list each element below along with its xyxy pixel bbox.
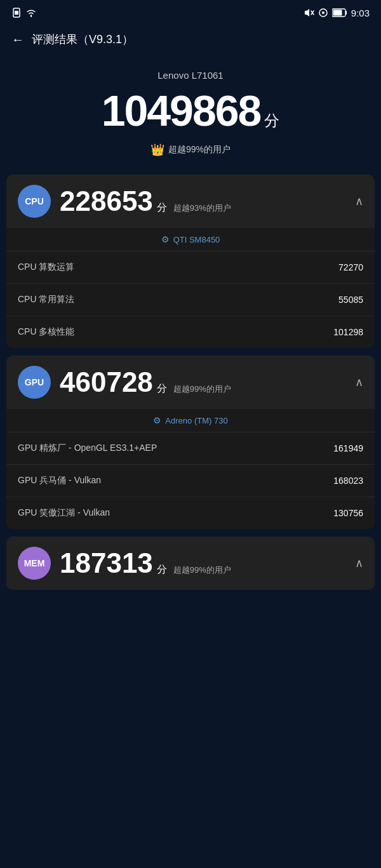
sub-item-gpu-2: GPU 笑傲江湖 - Vulkan130756 xyxy=(6,497,375,529)
section-header-left-gpu: GPU460728分超越99%的用户 xyxy=(18,366,231,399)
badge-cpu: CPU xyxy=(18,185,51,218)
rank-text: 超越99%的用户 xyxy=(168,144,231,156)
section-card-cpu: CPU228653分超越93%的用户∧⚙QTI SM8450CPU 算数运算72… xyxy=(6,175,375,348)
score-wrap-mem: 187313分超越99%的用户 xyxy=(60,547,231,579)
header-title: 评测结果（V9.3.1） xyxy=(32,32,133,47)
chevron-cpu[interactable]: ∧ xyxy=(355,194,363,208)
sub-item-label-cpu-2: CPU 多核性能 xyxy=(18,326,74,338)
score-unit: 分 xyxy=(264,110,279,131)
device-name: Lenovo L71061 xyxy=(13,70,368,81)
sub-item-value-cpu-1: 55085 xyxy=(338,295,363,305)
rank-cpu: 超越93%的用户 xyxy=(173,203,231,214)
eye-icon xyxy=(318,8,328,18)
mute-icon xyxy=(304,8,314,18)
section-header-mem: MEM187313分超越99%的用户∧ xyxy=(6,537,375,590)
battery-svg xyxy=(332,8,347,17)
badge-gpu: GPU xyxy=(18,366,51,399)
status-left-icons xyxy=(11,8,37,18)
score-gpu: 460728 xyxy=(60,366,153,398)
sub-item-cpu-2: CPU 多核性能101298 xyxy=(6,316,375,348)
time-display: 9:03 xyxy=(351,8,370,18)
wifi-icon xyxy=(25,8,37,17)
badge-mem: MEM xyxy=(18,547,51,580)
svg-rect-7 xyxy=(345,11,347,15)
sub-item-value-gpu-2: 130756 xyxy=(333,508,363,518)
score-mem: 187313 xyxy=(60,547,153,579)
score-wrap-cpu: 228653分超越93%的用户 xyxy=(60,185,231,217)
chip-info-gpu: ⚙Adreno (TM) 730 xyxy=(6,409,375,432)
chip-icon-cpu: ⚙ xyxy=(161,234,170,244)
rank-badge: 👑 超越99%的用户 xyxy=(13,143,368,157)
sub-item-value-cpu-2: 101298 xyxy=(333,327,363,337)
cards-container: CPU228653分超越93%的用户∧⚙QTI SM8450CPU 算数运算72… xyxy=(0,175,381,596)
chip-name-cpu: QTI SM8450 xyxy=(173,235,220,244)
sub-item-gpu-1: GPU 兵马俑 - Vulkan168023 xyxy=(6,465,375,497)
chip-name-gpu: Adreno (TM) 730 xyxy=(165,416,227,425)
sub-item-label-gpu-2: GPU 笑傲江湖 - Vulkan xyxy=(18,507,110,519)
status-bar: 9:03 xyxy=(0,0,381,25)
svg-rect-8 xyxy=(333,10,342,16)
unit-cpu: 分 xyxy=(157,201,167,215)
score-section: Lenovo L71061 1049868 分 👑 超越99%的用户 xyxy=(0,57,381,175)
sub-item-gpu-0: GPU 精炼厂 - OpenGL ES3.1+AEP161949 xyxy=(6,432,375,465)
score-wrap-gpu: 460728分超越99%的用户 xyxy=(60,366,231,398)
header: ← 评测结果（V9.3.1） xyxy=(0,25,381,57)
crown-icon: 👑 xyxy=(150,143,164,157)
rank-gpu: 超越99%的用户 xyxy=(173,384,231,395)
section-card-mem: MEM187313分超越99%的用户∧ xyxy=(6,537,375,590)
back-button[interactable]: ← xyxy=(11,32,24,47)
sub-item-value-cpu-0: 72270 xyxy=(338,262,363,272)
unit-mem: 分 xyxy=(157,563,167,577)
svg-point-5 xyxy=(322,11,324,14)
sub-item-cpu-0: CPU 算数运算72270 xyxy=(6,251,375,284)
battery-icon xyxy=(332,8,347,17)
score-cpu: 228653 xyxy=(60,185,153,217)
section-header-gpu: GPU460728分超越99%的用户∧ xyxy=(6,356,375,409)
sub-item-label-gpu-0: GPU 精炼厂 - OpenGL ES3.1+AEP xyxy=(18,443,157,454)
rank-mem: 超越99%的用户 xyxy=(173,564,231,576)
chevron-gpu[interactable]: ∧ xyxy=(355,375,363,389)
chevron-mem[interactable]: ∧ xyxy=(355,556,363,570)
unit-gpu: 分 xyxy=(157,382,167,396)
sub-item-label-cpu-1: CPU 常用算法 xyxy=(18,294,74,305)
sub-item-label-cpu-0: CPU 算数运算 xyxy=(18,262,74,273)
section-card-gpu: GPU460728分超越99%的用户∧⚙Adreno (TM) 730GPU 精… xyxy=(6,356,375,529)
svg-rect-1 xyxy=(15,11,18,15)
sim-icon xyxy=(11,8,22,18)
chip-info-cpu: ⚙QTI SM8450 xyxy=(6,228,375,251)
chip-icon-gpu: ⚙ xyxy=(153,415,161,425)
section-header-cpu: CPU228653分超越93%的用户∧ xyxy=(6,175,375,228)
status-right-icons: 9:03 xyxy=(304,8,370,18)
sub-item-cpu-1: CPU 常用算法55085 xyxy=(6,284,375,316)
total-score: 1049868 xyxy=(102,86,261,135)
sub-item-value-gpu-1: 168023 xyxy=(333,476,363,486)
sub-item-value-gpu-0: 161949 xyxy=(333,443,363,453)
main-score: 1049868 分 xyxy=(13,86,368,135)
section-header-left-mem: MEM187313分超越99%的用户 xyxy=(18,547,231,580)
section-header-left-cpu: CPU228653分超越93%的用户 xyxy=(18,185,231,218)
sub-item-label-gpu-1: GPU 兵马俑 - Vulkan xyxy=(18,475,101,486)
